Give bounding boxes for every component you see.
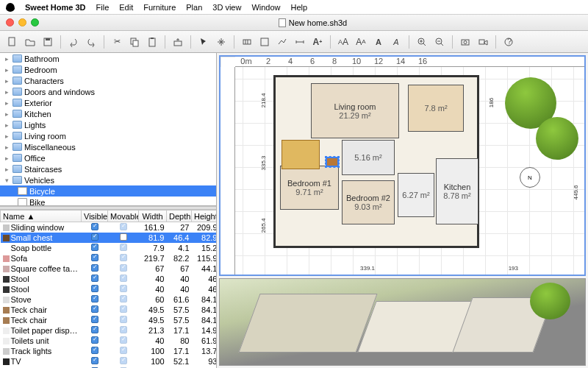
- movable-checkbox[interactable]: [120, 275, 127, 282]
- close-window-button[interactable]: [6, 18, 14, 26]
- tree-item[interactable]: Bike: [0, 197, 216, 206]
- tree-folder[interactable]: ▸Lights: [0, 119, 216, 130]
- text-smaller-button[interactable]: AA: [353, 34, 369, 50]
- table-row[interactable]: Teck chair49.557.584.1: [1, 315, 217, 325]
- movable-checkbox[interactable]: [120, 336, 127, 344]
- movable-checkbox[interactable]: [120, 264, 127, 272]
- catalog-tree[interactable]: ▸Bathroom▸Bedroom▸Characters▸Doors and w…: [0, 53, 216, 206]
- zoom-out-button[interactable]: [431, 34, 448, 50]
- table-row[interactable]: Teck chair49.557.584.1: [1, 305, 217, 315]
- visible-checkbox[interactable]: [91, 295, 98, 302]
- app-name[interactable]: Sweet Home 3D: [25, 3, 86, 12]
- cut-button[interactable]: ✂: [109, 34, 125, 50]
- table-row[interactable]: Stool404046: [1, 274, 217, 284]
- column-header[interactable]: Depth: [167, 210, 192, 222]
- movable-checkbox[interactable]: [120, 295, 127, 302]
- visible-checkbox[interactable]: [91, 244, 98, 251]
- undo-button[interactable]: [65, 34, 82, 50]
- movable-checkbox[interactable]: [120, 285, 127, 292]
- table-row[interactable]: Soap bottle7.94.115.2: [1, 243, 217, 253]
- room[interactable]: Bedroom #19.71 m²: [280, 166, 339, 210]
- dimension-tool[interactable]: [292, 34, 308, 50]
- tree-folder[interactable]: ▸Living room: [0, 130, 216, 141]
- visible-checkbox[interactable]: [91, 285, 98, 292]
- video-button[interactable]: [475, 34, 491, 50]
- photo-button[interactable]: [457, 34, 473, 50]
- compass-icon[interactable]: N: [520, 167, 540, 188]
- column-header[interactable]: Name ▲: [1, 210, 82, 222]
- movable-checkbox[interactable]: [120, 244, 127, 251]
- movable-checkbox[interactable]: [120, 223, 127, 230]
- menu-file[interactable]: File: [96, 3, 110, 12]
- column-header[interactable]: Width: [139, 210, 167, 222]
- redo-button[interactable]: [83, 34, 99, 50]
- furniture-selected[interactable]: [326, 157, 339, 167]
- menu-3dview[interactable]: 3D view: [212, 3, 241, 12]
- visible-checkbox[interactable]: [91, 336, 98, 344]
- menu-window[interactable]: Window: [251, 3, 280, 12]
- table-row[interactable]: Toilets unit408061.9: [1, 336, 217, 346]
- column-header[interactable]: Visible: [82, 210, 108, 222]
- visible-checkbox[interactable]: [91, 305, 98, 313]
- paste-button[interactable]: [144, 34, 160, 50]
- table-row[interactable]: Sofa219.782.2115.9: [1, 253, 217, 263]
- visible-checkbox[interactable]: [91, 223, 98, 230]
- save-button[interactable]: [40, 34, 56, 50]
- table-row[interactable]: Stool404046: [1, 284, 217, 294]
- visible-checkbox[interactable]: [91, 254, 98, 261]
- select-tool[interactable]: [196, 34, 212, 50]
- tree-folder[interactable]: ▾Vehicles: [0, 174, 216, 185]
- tree-object[interactable]: [536, 117, 578, 160]
- movable-checkbox[interactable]: [120, 347, 127, 354]
- italic-button[interactable]: A: [388, 34, 404, 50]
- text-bigger-button[interactable]: AA: [335, 34, 351, 50]
- table-row[interactable]: Track lights10017.113.7: [1, 346, 217, 356]
- room[interactable]: Living room21.29 m²: [311, 83, 399, 138]
- menu-help[interactable]: Help: [291, 3, 308, 12]
- visible-checkbox[interactable]: [91, 347, 98, 354]
- movable-checkbox[interactable]: [120, 326, 127, 333]
- add-furniture-button[interactable]: [170, 34, 186, 50]
- tree-folder[interactable]: ▸Exterior: [0, 97, 216, 108]
- tree-folder[interactable]: ▸Staircases: [0, 163, 216, 174]
- apple-icon[interactable]: [6, 3, 15, 12]
- help-button[interactable]: ?: [501, 34, 517, 50]
- tree-folder[interactable]: ▸Miscellaneous: [0, 141, 216, 152]
- copy-button[interactable]: [126, 34, 143, 50]
- menu-furniture[interactable]: Furniture: [143, 3, 176, 12]
- tree-item[interactable]: Bicycle: [0, 185, 216, 197]
- furniture-bed[interactable]: [282, 140, 320, 169]
- plan-view[interactable]: 0m246810121416 Living room21.29 m²Bedroo…: [219, 55, 586, 276]
- movable-checkbox[interactable]: [120, 316, 127, 323]
- furniture-table[interactable]: Name ▲VisibleMovableWidthDepthHeight Sli…: [0, 210, 216, 368]
- room[interactable]: 7.8 m²: [408, 85, 464, 132]
- tree-folder[interactable]: ▸Office: [0, 152, 216, 163]
- visible-checkbox[interactable]: [91, 233, 98, 241]
- room[interactable]: 5.16 m²: [342, 140, 395, 175]
- new-button[interactable]: [4, 34, 21, 50]
- table-row[interactable]: Square coffee table676744.1: [1, 263, 217, 274]
- pan-tool[interactable]: [213, 34, 229, 50]
- table-row[interactable]: Toilet paper dispe...21.317.114.9: [1, 325, 217, 336]
- tree-folder[interactable]: ▸Kitchen: [0, 108, 216, 119]
- text-tool[interactable]: A+: [309, 34, 326, 50]
- room[interactable]: Bedroom #29.03 m²: [342, 180, 395, 224]
- 3d-view[interactable]: [219, 278, 586, 366]
- wall-tool[interactable]: [239, 34, 255, 50]
- room-tool[interactable]: [257, 34, 273, 50]
- visible-checkbox[interactable]: [91, 275, 98, 282]
- room[interactable]: 6.27 m²: [398, 173, 434, 217]
- minimize-window-button[interactable]: [18, 18, 26, 26]
- polyline-tool[interactable]: [274, 34, 290, 50]
- visible-checkbox[interactable]: [91, 357, 98, 364]
- column-header[interactable]: Height: [192, 210, 217, 222]
- menu-edit[interactable]: Edit: [119, 3, 133, 12]
- room[interactable]: Kitchen8.78 m²: [436, 158, 478, 224]
- tree-folder[interactable]: ▸Doors and windows: [0, 86, 216, 97]
- visible-checkbox[interactable]: [91, 264, 98, 272]
- table-row[interactable]: Sliding window161.927209.9: [1, 222, 217, 233]
- tree-folder[interactable]: ▸Bathroom: [0, 53, 216, 64]
- visible-checkbox[interactable]: [91, 326, 98, 333]
- table-row[interactable]: TV10052.193: [1, 356, 217, 367]
- zoom-window-button[interactable]: [31, 18, 39, 26]
